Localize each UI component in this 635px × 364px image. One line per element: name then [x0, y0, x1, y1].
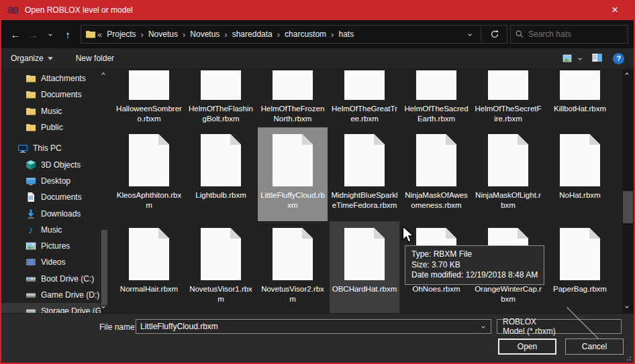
file-icon	[488, 70, 528, 100]
file-name-input[interactable]	[136, 322, 482, 331]
recent-locations-button[interactable]	[42, 25, 59, 43]
file-item[interactable]: MidnightBlueSparkleTimeFedora.rbxm	[330, 127, 399, 221]
sidebar-item-boot-drive-c[interactable]: Boot Drive (C:)	[1, 271, 101, 287]
breadcrumb-novetus-2[interactable]: Novetus	[187, 29, 223, 39]
sidebar-item-pictures[interactable]: Pictures	[1, 238, 101, 254]
breadcrumb-shareddata[interactable]: shareddata	[229, 29, 276, 39]
sidebar-label: This PC	[33, 143, 62, 153]
chevron-down-icon[interactable]	[481, 324, 485, 328]
file-item[interactable]: NinjaMaskOfAwesomeness.rbxm	[401, 127, 471, 221]
file-list-scrollbar[interactable]	[622, 69, 634, 313]
os-drive-icon	[26, 274, 36, 284]
sidebar-item-desktop[interactable]: Desktop	[1, 173, 101, 189]
breadcrumb-hats[interactable]: hats	[335, 29, 357, 39]
file-item[interactable]: NovetusVisor2.rbxm	[258, 221, 328, 313]
file-name-combobox[interactable]	[136, 319, 491, 334]
footer-bar: File name: ROBLOX Model (*.rbxm) Open Ca…	[1, 313, 634, 363]
file-name: NinjaMaskOfLight.rbxm	[475, 190, 542, 210]
dialog-title: Open ROBLOX level or model	[25, 5, 601, 15]
file-item-selected[interactable]: LittleFluffyCloud.rbxm	[258, 127, 328, 221]
file-item[interactable]: Lightbulb.rbxm	[186, 127, 256, 221]
sidebar-label: Public	[41, 123, 63, 132]
up-button[interactable]: ↑	[59, 25, 77, 43]
cancel-button[interactable]: Cancel	[565, 339, 624, 355]
search-box[interactable]	[510, 25, 628, 44]
sidebar-item-music-top[interactable]: Music	[1, 103, 101, 119]
address-bar[interactable]: « Projects › Novetus › Novetus › sharedd…	[81, 25, 507, 44]
breadcrumb-novetus-1[interactable]: Novetus	[145, 29, 181, 39]
change-view-button[interactable]	[561, 54, 581, 63]
sidebar-item-videos[interactable]: Videos	[1, 254, 101, 270]
forward-button[interactable]: →	[24, 25, 42, 43]
file-tooltip: Type: RBXM File Size: 3.70 KB Date modif…	[405, 245, 544, 285]
breadcrumb-projects[interactable]: Projects	[103, 29, 139, 39]
file-item[interactable]: HelmOfTheSecretFire.rbxm	[473, 69, 543, 127]
sidebar-label: Downloads	[41, 209, 81, 219]
file-item[interactable]: HelmOfTheGreatTree.rbxm	[330, 69, 399, 127]
address-dropdown-icon[interactable]	[468, 32, 472, 36]
sidebar-item-this-pc[interactable]: This PC	[1, 140, 101, 156]
sidebar-item-downloads[interactable]: Downloads	[1, 205, 101, 221]
chevron-down-icon	[48, 32, 52, 36]
scrollbar-thumb[interactable]	[101, 230, 107, 305]
file-item[interactable]: HelmOfTheSacredEarth.rbxm	[401, 69, 471, 127]
file-item[interactable]: NinjaMaskOfLight.rbxm	[473, 127, 543, 221]
file-name: HelmOfTheFrozenNorth.rbxm	[259, 104, 326, 124]
sidebar-item-documents-top[interactable]: Documents	[1, 86, 101, 103]
scroll-down-icon[interactable]	[625, 304, 629, 308]
breadcrumb-overflow[interactable]: «	[96, 29, 103, 40]
file-item[interactable]: NovetusVisor1.rbxm	[186, 221, 256, 313]
file-type-dropdown[interactable]: ROBLOX Model (*.rbxm)	[497, 319, 622, 334]
sidebar-item-documents[interactable]: Documents	[1, 189, 101, 205]
folder-icon	[26, 89, 36, 100]
file-item[interactable]: KleosAphthiton.rbxm	[114, 127, 184, 221]
back-button[interactable]: ←	[7, 25, 24, 43]
file-icon	[344, 228, 385, 280]
file-icon	[560, 70, 600, 100]
file-name: NormalHair.rbxm	[115, 284, 183, 294]
sidebar-label: 3D Objects	[41, 160, 81, 170]
open-button[interactable]: Open	[498, 339, 556, 355]
search-input[interactable]	[528, 29, 616, 39]
file-item[interactable]: NormalHair.rbxm	[114, 221, 184, 313]
help-button[interactable]: ?	[613, 53, 624, 64]
close-button[interactable]: ×	[601, 0, 628, 20]
sidebar-item-3d-objects[interactable]: 3D Objects	[1, 156, 101, 172]
organize-button[interactable]: Organize	[11, 54, 53, 63]
sidebar-label: Music	[41, 107, 62, 116]
file-item[interactable]: HelmOfTheFlashingBolt.rbxm	[186, 69, 256, 127]
sidebar-scrollbar[interactable]	[101, 69, 109, 313]
file-item[interactable]: HelmOfTheFrozenNorth.rbxm	[258, 69, 328, 127]
scroll-up-icon[interactable]	[101, 72, 105, 76]
command-toolbar: Organize New folder ?	[1, 48, 634, 69]
drive-icon	[26, 306, 36, 313]
resize-grip[interactable]	[626, 355, 631, 361]
sidebar-item-music[interactable]: ♪ Music	[1, 222, 101, 238]
refresh-icon[interactable]	[489, 29, 500, 40]
tooltip-type: Type: RBXM File	[411, 249, 538, 260]
scroll-up-icon[interactable]	[625, 72, 629, 76]
breadcrumb-charcustom[interactable]: charcustom	[281, 29, 330, 39]
scroll-down-icon[interactable]	[101, 304, 105, 308]
preview-pane-button[interactable]	[591, 52, 603, 65]
title-bar[interactable]: Open ROBLOX level or model ×	[0, 0, 635, 20]
file-icon	[201, 70, 241, 100]
file-icon	[273, 134, 313, 186]
scrollbar-thumb[interactable]	[623, 191, 633, 223]
file-icon	[201, 228, 241, 280]
file-item[interactable]: KillbotHat.rbxm	[545, 69, 615, 127]
file-item-hovered[interactable]: OBCHardHat.rbxm	[330, 221, 399, 313]
file-item[interactable]: NoHat.rbxm	[545, 127, 615, 221]
chevron-down-icon	[578, 56, 582, 60]
sidebar-label: Storage Drive (G	[41, 306, 101, 313]
sidebar-item-attachments[interactable]: Attachments	[1, 70, 101, 86]
dropdown-arrow-icon	[48, 57, 53, 60]
new-folder-button[interactable]: New folder	[76, 54, 114, 63]
file-item[interactable]: HalloweenSombrero.rbxm	[114, 69, 184, 127]
file-icon	[273, 228, 313, 280]
file-icon	[416, 134, 456, 186]
file-item[interactable]: PaperBag.rbxm	[545, 221, 615, 313]
sidebar-item-storage-drive-g[interactable]: Storage Drive (G	[1, 303, 101, 313]
sidebar-item-public[interactable]: Public	[1, 119, 101, 135]
sidebar-item-game-drive-d[interactable]: Game Drive (D:)	[1, 287, 101, 303]
